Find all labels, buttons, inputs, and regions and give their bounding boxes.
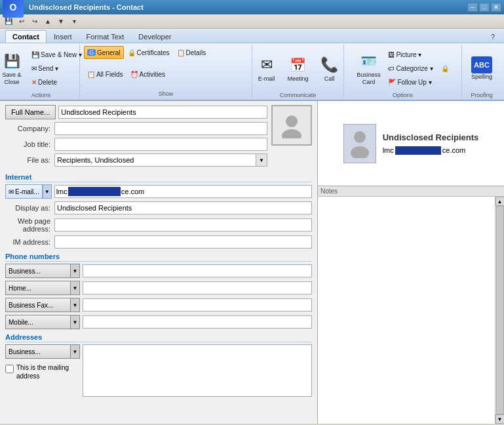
meeting-button[interactable]: 📅 Meeting [283, 46, 313, 91]
qa-down-button[interactable]: ▼ [55, 16, 67, 28]
scroll-up-button[interactable]: ▲ [495, 197, 505, 206]
categorize-icon: 🏷 [388, 65, 395, 72]
close-button[interactable]: ✕ [491, 3, 501, 12]
communicate-label: Communicate [280, 92, 317, 98]
home-phone-arrow[interactable]: ▼ [71, 281, 80, 295]
certificates-button[interactable]: 🔒 Certificates [125, 46, 173, 59]
internet-section-header: Internet [5, 173, 312, 182]
spelling-button[interactable]: ABC Spelling [467, 46, 497, 91]
save-close-button[interactable]: 💾 Save &Close [0, 46, 27, 91]
spelling-icon: ABC [471, 56, 492, 73]
business-phone-button[interactable]: Business... [5, 264, 71, 278]
preview-name: Undisclosed Recipients [383, 132, 479, 142]
tab-developer[interactable]: Developer [131, 30, 178, 43]
follow-up-button[interactable]: 🚩 Follow Up ▾ [385, 75, 436, 89]
addresses-section-header: Addresses [5, 333, 312, 342]
show-label: Show [159, 91, 174, 97]
scroll-thumb[interactable] [496, 206, 504, 415]
activities-button[interactable]: ⏰ Activities [127, 68, 168, 81]
proofing-label: Proofing [471, 92, 493, 98]
qa-redo-button[interactable]: ↪ [29, 16, 41, 28]
help-button[interactable]: ? [487, 31, 499, 43]
delete-button[interactable]: ✕ Delete [28, 75, 85, 89]
proofing-group: ABC Spelling Proofing [462, 45, 501, 98]
full-name-button[interactable]: Full Name... [5, 105, 56, 119]
svg-point-2 [354, 131, 366, 143]
business-phone-arrow[interactable]: ▼ [71, 264, 80, 278]
notes-textarea[interactable] [318, 197, 495, 424]
save-new-icon: 💾 [31, 51, 39, 58]
email-dropdown-button[interactable]: ✉ E-mail... [5, 184, 43, 199]
maximize-button[interactable]: □ [479, 3, 490, 12]
web-page-input[interactable] [54, 218, 312, 232]
fax-phone-arrow[interactable]: ▼ [71, 298, 80, 312]
email-button[interactable]: ✉ E-mail [252, 46, 282, 91]
mobile-phone-arrow[interactable]: ▼ [71, 315, 80, 329]
job-title-input[interactable] [54, 138, 267, 151]
file-as-input[interactable] [54, 153, 256, 167]
private-button[interactable]: 🔒 [438, 62, 452, 75]
im-label: IM address: [5, 238, 54, 246]
svg-point-3 [351, 146, 369, 158]
general-icon: G [87, 49, 96, 56]
qa-undo-button[interactable]: ↩ [16, 16, 28, 28]
file-as-dropdown-button[interactable]: ▼ [256, 153, 267, 167]
certificates-icon: 🔒 [128, 49, 136, 56]
all-fields-icon: 📋 [87, 71, 95, 78]
im-input[interactable] [54, 235, 312, 249]
job-title-label: Job title: [5, 140, 54, 148]
save-new-button[interactable]: 💾 Save & New ▾ [28, 48, 85, 61]
notes-label: Notes [318, 186, 504, 197]
minimize-button[interactable]: ─ [467, 3, 478, 12]
delete-icon: ✕ [31, 79, 37, 86]
company-input[interactable] [54, 122, 267, 135]
picture-button[interactable]: 🖼 Picture ▾ [385, 48, 436, 61]
business-card-icon: 🪪 [358, 51, 379, 71]
full-name-input[interactable] [58, 106, 267, 119]
call-icon: 📞 [319, 54, 340, 75]
tab-insert[interactable]: Insert [47, 30, 79, 43]
qa-dropdown-button[interactable]: ▾ [68, 16, 80, 28]
address-type-button[interactable]: Business... [5, 344, 71, 359]
details-button[interactable]: 📋 Details [174, 46, 210, 59]
notes-content: ▲ ▼ [318, 197, 504, 424]
actions-label: Actions [31, 92, 51, 98]
show-group: G General 🔒 Certificates 📋 Details 📋 All… [80, 45, 252, 98]
mobile-phone-input[interactable] [83, 315, 312, 329]
categorize-button[interactable]: 🏷 Categorize ▾ [385, 62, 436, 75]
tab-format-text[interactable]: Format Text [79, 30, 131, 43]
general-button[interactable]: G General [84, 46, 124, 59]
business-card-button[interactable]: 🪪 BusinessCard [353, 46, 383, 91]
notes-scrollbar[interactable]: ▲ ▼ [495, 197, 504, 424]
window-title: Undisclosed Recipients - Contact [29, 3, 144, 11]
home-phone-button[interactable]: Home... [5, 281, 71, 295]
svg-point-0 [286, 115, 298, 127]
email-arrow-button[interactable]: ▼ [43, 184, 52, 199]
fax-phone-input[interactable] [83, 298, 312, 312]
actions-group: 💾 Save &Close 💾 Save & New ▾ ✉ Send ▾ ✕ … [3, 45, 80, 98]
scroll-down-button[interactable]: ▼ [495, 415, 505, 424]
tab-contact[interactable]: Contact [5, 30, 47, 43]
display-as-input[interactable] [54, 201, 312, 214]
address-textarea[interactable] [83, 344, 312, 397]
preview-email-suffix: ce.com [442, 146, 465, 154]
mailing-address-checkbox[interactable] [5, 365, 14, 373]
qa-save-button[interactable]: 💾 [3, 16, 14, 28]
home-phone-input[interactable] [83, 281, 312, 294]
call-button[interactable]: 📞 Call [315, 46, 345, 91]
quick-access-toolbar: 💾 ↩ ↪ ▲ ▼ ▾ [0, 14, 504, 29]
send-button[interactable]: ✉ Send ▾ [28, 62, 85, 75]
all-fields-button[interactable]: 📋 All Fields [84, 68, 126, 81]
web-page-label: Web page address: [5, 217, 54, 233]
display-as-label: Display as: [5, 204, 54, 212]
fax-phone-button[interactable]: Business Fax... [5, 298, 71, 312]
mobile-phone-button[interactable]: Mobile... [5, 315, 71, 329]
phone-section-header: Phone numbers [5, 253, 312, 262]
address-type-arrow[interactable]: ▼ [71, 344, 80, 359]
ribbon-tab-bar: Contact Insert Format Text Developer ? [0, 29, 504, 43]
contact-photo[interactable] [271, 105, 312, 146]
title-bar: O Undisclosed Recipients - Contact ─ □ ✕ [0, 0, 504, 14]
qa-up-button[interactable]: ▲ [42, 16, 54, 28]
business-phone-input[interactable] [83, 264, 312, 277]
meeting-icon: 📅 [288, 54, 309, 75]
